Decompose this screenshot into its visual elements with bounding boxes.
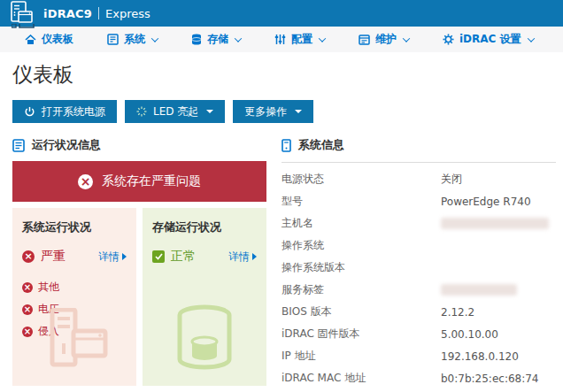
row-label: iDRAC 固件版本 bbox=[282, 327, 441, 342]
row-label: iDRAC MAC 地址 bbox=[282, 371, 441, 386]
chevron-down-icon bbox=[319, 35, 326, 42]
storage-health-status: 正常 bbox=[171, 249, 196, 265]
nav-item-system[interactable]: 系统 bbox=[107, 32, 158, 47]
button-label: 打开系统电源 bbox=[42, 104, 105, 119]
top-bar: iDRAC9 Express bbox=[0, 0, 563, 27]
system-health-panel: 系统运行状况 严重 详情 其他 bbox=[12, 208, 136, 386]
health-section: 运行状况信息 系统存在严重问题 系统运行状况 严重 详情 bbox=[12, 136, 266, 392]
button-label: LED 亮起 bbox=[153, 104, 198, 119]
alert-text: 系统存在严重问题 bbox=[102, 173, 201, 189]
nav-label: 系统 bbox=[124, 32, 145, 47]
system-health-status: 严重 bbox=[41, 249, 66, 265]
brand-edition: Express bbox=[105, 7, 150, 20]
brand-divider bbox=[98, 7, 99, 19]
main-nav: 仪表板 系统 存储 bbox=[0, 27, 563, 52]
health-section-title: 运行状况信息 bbox=[32, 137, 101, 153]
storage-watermark-icon bbox=[173, 304, 236, 372]
details-label: 详情 bbox=[228, 250, 250, 265]
hostname-redacted-value bbox=[441, 218, 549, 229]
details-label: 详情 bbox=[98, 250, 120, 265]
row-value: 2.12.2 bbox=[441, 306, 474, 319]
circle-x-icon bbox=[22, 282, 33, 293]
storage-health-title: 存储运行状况 bbox=[152, 219, 257, 235]
row-label: 服务标签 bbox=[282, 282, 441, 297]
health-section-header: 运行状况信息 bbox=[12, 136, 266, 154]
nav-item-dashboard[interactable]: 仪表板 bbox=[25, 32, 73, 47]
critical-alert-banner[interactable]: 系统存在严重问题 bbox=[12, 161, 266, 202]
info-row-mac-address: iDRAC MAC 地址 b0:7b:25:ec:68:74 bbox=[282, 367, 556, 389]
more-actions-button[interactable]: 更多操作 bbox=[233, 100, 313, 123]
nav-label: 配置 bbox=[291, 32, 312, 47]
nav-item-configuration[interactable]: 配置 bbox=[274, 32, 325, 47]
power-icon bbox=[24, 106, 35, 118]
system-health-title: 系统运行状况 bbox=[22, 219, 127, 235]
toolbar: 打开系统电源 LED 亮起 更多操作 bbox=[12, 100, 556, 123]
info-row-service-tag: 服务标签 bbox=[282, 279, 556, 301]
row-value: 5.00.10.00 bbox=[441, 328, 498, 341]
power-on-button[interactable]: 打开系统电源 bbox=[12, 100, 117, 123]
info-row-os: 操作系统 bbox=[282, 234, 556, 257]
info-row-power-state: 电源状态 关闭 bbox=[282, 168, 556, 190]
brand-name: iDRAC9 bbox=[43, 7, 92, 20]
server-tower-icon bbox=[282, 139, 291, 152]
info-row-ip-address: IP 地址 192.168.0.120 bbox=[282, 345, 556, 367]
page-title: 仪表板 bbox=[12, 61, 556, 88]
circle-x-icon bbox=[22, 327, 33, 337]
caret-down-icon bbox=[295, 110, 302, 113]
chevron-down-icon bbox=[527, 35, 534, 42]
config-sliders-icon bbox=[274, 34, 286, 45]
system-info-section: 系统信息 电源状态 关闭 型号 PowerEdge R740 主机名 bbox=[282, 136, 556, 392]
issue-label: 其他 bbox=[38, 280, 59, 295]
nav-item-maintenance[interactable]: 维护 bbox=[359, 32, 409, 47]
logo-overhang-icon bbox=[12, 24, 35, 31]
home-icon bbox=[25, 35, 36, 45]
idrac-logo-icon bbox=[6, 0, 36, 27]
info-row-os-version: 操作系统版本 bbox=[282, 257, 556, 279]
gear-icon bbox=[443, 34, 454, 45]
nav-label: iDRAC 设置 bbox=[459, 32, 521, 47]
led-blink-button[interactable]: LED 亮起 bbox=[125, 100, 225, 123]
system-icon bbox=[107, 34, 119, 45]
row-label: BIOS 版本 bbox=[282, 304, 441, 319]
maintenance-icon bbox=[359, 35, 370, 45]
server-watermark-icon bbox=[38, 308, 111, 372]
circle-x-icon bbox=[22, 304, 33, 315]
row-label: 操作系统版本 bbox=[282, 260, 441, 275]
row-label: IP 地址 bbox=[282, 349, 441, 364]
service-tag-redacted-value bbox=[441, 284, 517, 296]
info-row-model: 型号 PowerEdge R740 bbox=[282, 190, 556, 212]
info-row-idrac-firmware: iDRAC 固件版本 5.00.10.00 bbox=[282, 323, 556, 345]
row-label: 主机名 bbox=[282, 216, 441, 231]
storage-health-details-link[interactable]: 详情 bbox=[228, 250, 257, 265]
info-row-bios-version: BIOS 版本 2.12.2 bbox=[282, 301, 556, 323]
nav-item-idrac-settings[interactable]: iDRAC 设置 bbox=[443, 32, 534, 47]
chevron-down-icon bbox=[151, 35, 158, 42]
row-value: b0:7b:25:ec:68:74 bbox=[441, 373, 539, 385]
row-label: 型号 bbox=[282, 194, 441, 209]
circle-x-icon bbox=[22, 250, 35, 263]
arrow-right-icon bbox=[122, 253, 127, 260]
circle-x-icon bbox=[78, 174, 93, 189]
system-info-table: 电源状态 关闭 型号 PowerEdge R740 主机名 操作系统 bbox=[282, 163, 556, 392]
row-label: 操作系统 bbox=[282, 238, 441, 253]
check-square-icon bbox=[152, 250, 165, 263]
button-label: 更多操作 bbox=[244, 104, 287, 119]
storage-icon bbox=[191, 34, 202, 45]
health-list-icon bbox=[12, 139, 25, 152]
info-row-hostname: 主机名 bbox=[282, 212, 556, 234]
row-label: 电源状态 bbox=[282, 172, 441, 187]
system-health-details-link[interactable]: 详情 bbox=[98, 250, 127, 265]
led-icon bbox=[136, 106, 147, 117]
issue-item: 其他 bbox=[22, 280, 127, 295]
nav-label: 仪表板 bbox=[42, 32, 73, 47]
idrac-dashboard: iDRAC9 Express 仪表板 系统 bbox=[0, 0, 563, 392]
system-info-header: 系统信息 bbox=[282, 136, 556, 154]
system-info-title: 系统信息 bbox=[298, 137, 344, 153]
brand: iDRAC9 Express bbox=[43, 7, 150, 20]
nav-label: 维护 bbox=[375, 32, 397, 47]
storage-health-panel: 存储运行状况 正常 详情 bbox=[143, 208, 266, 386]
nav-label: 存储 bbox=[207, 32, 228, 47]
nav-item-storage[interactable]: 存储 bbox=[191, 32, 241, 47]
arrow-right-icon bbox=[252, 253, 257, 260]
row-value: 关闭 bbox=[441, 172, 462, 187]
